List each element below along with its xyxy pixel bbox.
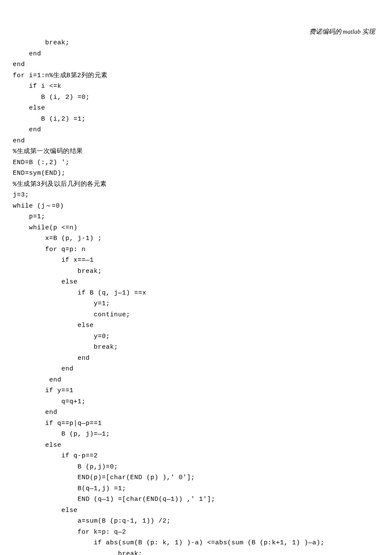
code-block: break; end end for i=1:n%生成B第2列的元素 if i … xyxy=(13,26,379,555)
page-header: 费诺编码的 matlab 实现 xyxy=(309,26,375,38)
